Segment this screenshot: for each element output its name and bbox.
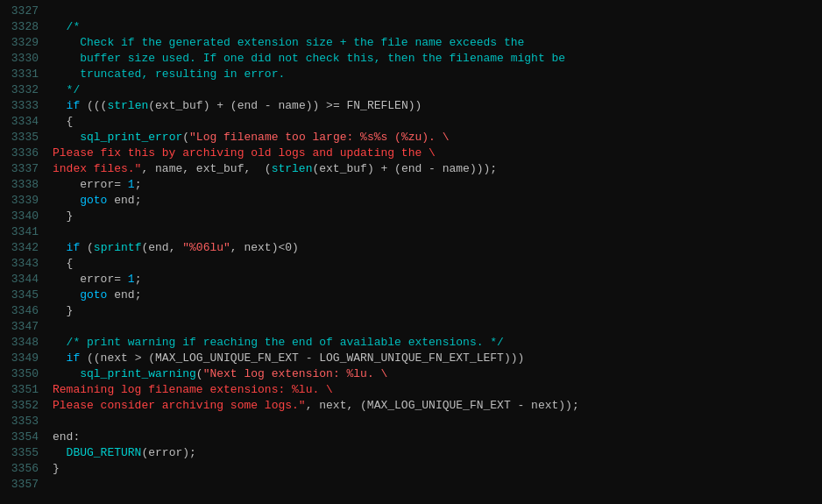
code-line: if (((strlen(ext_buf) + (end - name)) >=… — [53, 98, 822, 114]
code-line: sql_print_error("Log filename too large:… — [53, 130, 822, 146]
code-line: } — [53, 209, 822, 224]
code-line: Remaining log filename extensions: %lu. … — [53, 382, 822, 398]
code-line: index files.", name, ext_buf, (strlen(ex… — [53, 161, 822, 177]
code-line: /* print warning if reaching the end of … — [53, 335, 822, 351]
code-line: error= 1; — [53, 177, 822, 193]
code-line: goto end; — [53, 287, 822, 303]
code-line: error= 1; — [53, 272, 822, 287]
code-line: DBUG_RETURN(error); — [53, 445, 822, 461]
code-line — [53, 224, 822, 240]
code-line — [53, 319, 822, 335]
code-line: Check if the generated extension size + … — [53, 35, 822, 51]
line-numbers: 3327 3328 3329 3330 3331 3332 3333 3334 … — [0, 0, 46, 504]
code-line: { — [53, 256, 822, 272]
code-editor: 3327 3328 3329 3330 3331 3332 3333 3334 … — [0, 0, 822, 504]
code-line — [53, 4, 822, 19]
code-line: if ((next > (MAX_LOG_UNIQUE_FN_EXT - LOG… — [53, 351, 822, 366]
code-line: Please consider archiving some logs.", n… — [53, 398, 822, 414]
code-line: truncated, resulting in error. — [53, 67, 822, 82]
code-line: } — [53, 303, 822, 319]
code-line: */ — [53, 82, 822, 98]
code-line: sql_print_warning("Next log extension: %… — [53, 366, 822, 382]
code-line — [53, 414, 822, 429]
code-line: Please fix this by archiving old logs an… — [53, 146, 822, 161]
code-line: /* — [53, 19, 822, 35]
code-line: if (sprintf(end, "%06lu", next)<0) — [53, 240, 822, 256]
code-area[interactable]: /* Check if the generated extension size… — [46, 0, 822, 504]
code-line: } — [53, 461, 822, 477]
code-line — [53, 477, 822, 493]
code-line: goto end; — [53, 193, 822, 209]
code-line: buffer size used. If one did not check t… — [53, 51, 822, 67]
code-line: end: — [53, 429, 822, 445]
code-line: { — [53, 114, 822, 130]
